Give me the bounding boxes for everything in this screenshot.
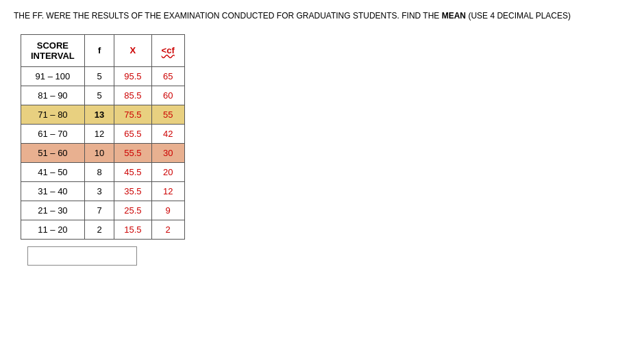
cell-f: 13	[84, 105, 114, 124]
cell-f: 7	[84, 201, 114, 220]
cell-interval: 11 – 20	[21, 220, 85, 239]
table-row: 31 – 40335.512	[21, 181, 185, 201]
header-text: THE FF. WERE THE RESULTS OF THE EXAMINAT…	[14, 10, 630, 22]
data-table: SCORE INTERVAL f X <cf 91 – 100595.56581…	[21, 34, 185, 240]
cell-interval: 31 – 40	[21, 181, 85, 201]
header-after-bold: (USE 4 DECIMAL PLACES)	[466, 11, 571, 21]
cell-interval: 61 – 70	[21, 124, 85, 143]
cell-f: 10	[84, 143, 114, 162]
cell-x: 95.5	[114, 66, 151, 86]
cell-x: 75.5	[114, 105, 151, 124]
cell-x: 45.5	[114, 162, 151, 181]
table-row: 21 – 30725.59	[21, 201, 185, 220]
header-score-interval: SCORE INTERVAL	[21, 34, 85, 66]
cell-interval: 91 – 100	[21, 66, 85, 86]
cell-f: 5	[84, 66, 114, 86]
cell-f: 8	[84, 162, 114, 181]
table-row: 11 – 20215.52	[21, 220, 185, 239]
header-f: f	[84, 34, 114, 66]
cell-interval: 21 – 30	[21, 201, 85, 220]
cell-f: 12	[84, 124, 114, 143]
cell-cf: 65	[151, 66, 184, 86]
header-cf: <cf	[151, 34, 184, 66]
cell-interval: 81 – 90	[21, 86, 85, 105]
table-header-row: SCORE INTERVAL f X <cf	[21, 34, 185, 66]
cell-cf: 20	[151, 162, 184, 181]
cell-cf: 9	[151, 201, 184, 220]
cf-label: <cf	[162, 45, 175, 55]
cell-cf: 60	[151, 86, 184, 105]
cell-interval: 41 – 50	[21, 162, 85, 181]
cell-f: 3	[84, 181, 114, 201]
cell-x: 65.5	[114, 124, 151, 143]
answer-input[interactable]	[27, 246, 137, 266]
cell-x: 25.5	[114, 201, 151, 220]
cell-f: 2	[84, 220, 114, 239]
table-row: 51 – 601055.530	[21, 143, 185, 162]
table-row: 81 – 90585.560	[21, 86, 185, 105]
cell-cf: 55	[151, 105, 184, 124]
header-before-bold: THE FF. WERE THE RESULTS OF THE EXAMINAT…	[14, 11, 442, 21]
cell-x: 85.5	[114, 86, 151, 105]
table-row: 61 – 701265.542	[21, 124, 185, 143]
cell-cf: 12	[151, 181, 184, 201]
table-row: 41 – 50845.520	[21, 162, 185, 181]
table-row: 91 – 100595.565	[21, 66, 185, 86]
cell-cf: 2	[151, 220, 184, 239]
cell-cf: 30	[151, 143, 184, 162]
table-container: SCORE INTERVAL f X <cf 91 – 100595.56581…	[21, 34, 185, 266]
header-x: X	[114, 34, 151, 66]
table-row: 71 – 801375.555	[21, 105, 185, 124]
cell-x: 55.5	[114, 143, 151, 162]
cell-f: 5	[84, 86, 114, 105]
table-body: 91 – 100595.56581 – 90585.56071 – 801375…	[21, 66, 185, 239]
cell-interval: 51 – 60	[21, 143, 85, 162]
header-bold: MEAN	[442, 11, 466, 21]
cell-interval: 71 – 80	[21, 105, 85, 124]
cell-x: 15.5	[114, 220, 151, 239]
cell-x: 35.5	[114, 181, 151, 201]
cell-cf: 42	[151, 124, 184, 143]
